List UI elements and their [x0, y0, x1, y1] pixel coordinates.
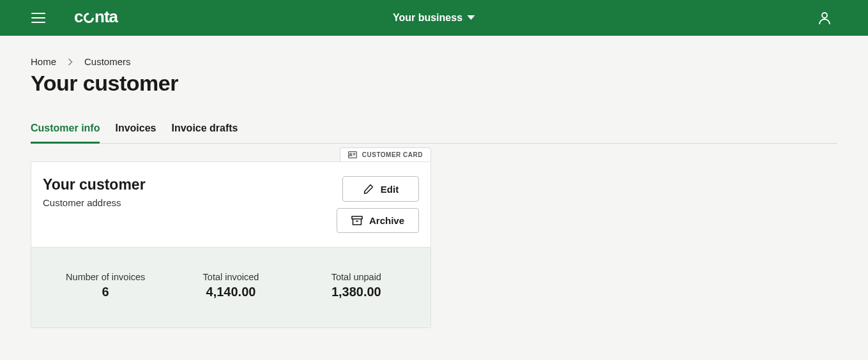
customer-address: Customer address — [43, 197, 146, 208]
stat-value: 1,380.00 — [294, 285, 419, 299]
page-content: Home Customers Your customer Customer in… — [0, 36, 868, 328]
menu-button[interactable] — [31, 10, 46, 26]
tabs: Customer info Invoices Invoice drafts — [31, 123, 837, 144]
svg-text:c: c — [74, 10, 83, 26]
card-stats: Number of invoices 6 Total invoiced 4,14… — [31, 247, 430, 327]
stat-value: 4,140.00 — [168, 285, 293, 299]
stat-label: Total unpaid — [294, 272, 419, 282]
stat-value: 6 — [43, 285, 168, 299]
card-header: Your customer Customer address Edit — [31, 162, 430, 247]
logo[interactable]: c nta — [74, 10, 135, 26]
svg-point-5 — [349, 153, 351, 155]
chevron-right-icon — [68, 58, 73, 66]
top-bar: c nta Your business — [0, 0, 868, 36]
business-selector[interactable]: Your business — [393, 12, 475, 24]
breadcrumb-home[interactable]: Home — [31, 56, 56, 67]
pencil-icon — [363, 183, 374, 195]
archive-icon — [351, 216, 363, 226]
tab-invoice-drafts[interactable]: Invoice drafts — [171, 123, 238, 143]
user-icon — [818, 11, 832, 25]
customer-card-tab: CUSTOMER CARD — [340, 147, 431, 161]
conta-logo-icon: c nta — [74, 10, 135, 26]
stat-label: Total invoiced — [168, 272, 293, 282]
tab-invoices[interactable]: Invoices — [115, 123, 156, 143]
svg-rect-8 — [352, 216, 362, 219]
customer-name: Your customer — [43, 176, 146, 193]
chevron-down-icon — [466, 15, 475, 21]
id-card-icon — [348, 151, 357, 158]
customer-card-tab-label: CUSTOMER CARD — [362, 151, 423, 158]
card-actions: Edit Archive — [337, 176, 419, 233]
archive-button-label: Archive — [369, 215, 404, 226]
page-title: Your customer — [31, 71, 837, 96]
customer-card: Your customer Customer address Edit — [31, 161, 431, 328]
stat-invoice-count: Number of invoices 6 — [43, 272, 168, 299]
hamburger-icon — [31, 13, 45, 23]
customer-card-container: CUSTOMER CARD Your customer Customer add… — [31, 161, 431, 328]
breadcrumb-customers[interactable]: Customers — [84, 56, 131, 67]
svg-point-3 — [822, 13, 827, 18]
business-label: Your business — [393, 12, 462, 24]
stat-total-invoiced: Total invoiced 4,140.00 — [168, 272, 293, 299]
svg-text:nta: nta — [95, 10, 119, 26]
stat-total-unpaid: Total unpaid 1,380.00 — [294, 272, 419, 299]
customer-info-block: Your customer Customer address — [43, 176, 146, 208]
stat-label: Number of invoices — [43, 272, 168, 282]
profile-button[interactable] — [817, 10, 832, 26]
archive-button[interactable]: Archive — [337, 208, 419, 233]
breadcrumb: Home Customers — [31, 56, 837, 67]
edit-button[interactable]: Edit — [342, 176, 419, 202]
tab-customer-info[interactable]: Customer info — [31, 123, 100, 143]
edit-button-label: Edit — [381, 184, 399, 195]
